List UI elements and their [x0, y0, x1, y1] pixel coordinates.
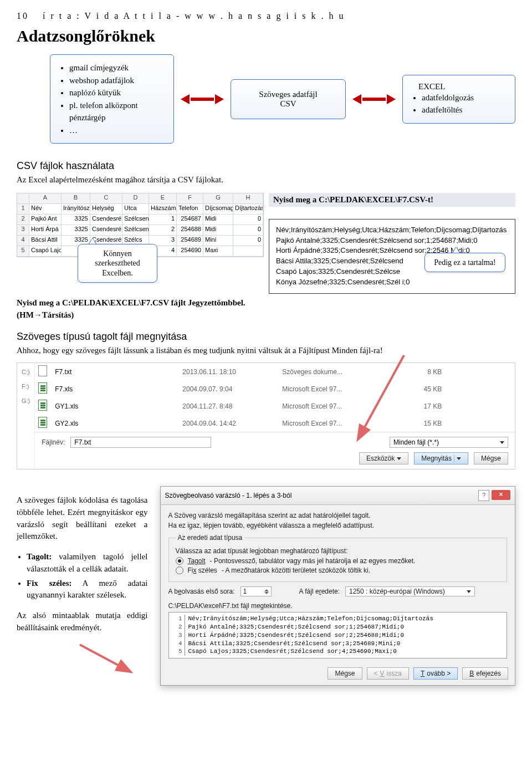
cell: Helység	[90, 204, 122, 215]
open-button[interactable]: Megnyitás	[414, 452, 468, 464]
double-arrow-icon	[352, 94, 396, 104]
wizard-side-text: A szöveges fájlok kódolása és tagolása t…	[17, 486, 148, 676]
cell: Csendesré	[90, 225, 122, 236]
drive-list: C:)F:)G:)	[17, 363, 35, 469]
file-name[interactable]: GY2.xls	[52, 417, 179, 430]
author-line: í r t a : V i d a A t t i l a - w w w . …	[43, 11, 345, 21]
cell: Maxi	[203, 246, 233, 257]
col-header: F	[177, 193, 203, 204]
row-number: 2	[17, 215, 29, 225]
chevron-down-icon	[467, 590, 471, 593]
sources-item: gmail címjegyzék	[69, 62, 165, 74]
row-number: 1	[17, 204, 29, 215]
sources-item: …	[69, 124, 165, 137]
excel-ops-item: adatfeldolgozás	[422, 91, 506, 104]
red-guide-arrow-icon	[78, 642, 133, 676]
diagram-excel-box: EXCEL adatfeldolgozásadatfeltöltés	[402, 75, 515, 124]
double-arrow-icon	[181, 94, 224, 104]
cell: 254689	[177, 236, 203, 246]
chevron-down-icon	[457, 457, 461, 460]
col-header: D	[122, 193, 149, 204]
cell: 3325	[62, 225, 90, 236]
cell: Bácsi Attil	[29, 236, 62, 246]
cell: Pajkó Ant	[29, 215, 62, 225]
cell: Utca	[122, 204, 149, 215]
excel-file-icon	[38, 382, 47, 394]
file-name[interactable]: GY1.xls	[52, 400, 179, 412]
drive-item[interactable]: C:)	[22, 369, 30, 375]
cell: 254687	[177, 215, 203, 225]
cancel-button[interactable]: Mégse	[474, 452, 508, 464]
radio-fixed[interactable]	[176, 566, 183, 574]
col-header: G	[203, 193, 233, 204]
preview-line: 4Bácsi Attila;3325;Csendesrét;Szélcsend …	[171, 640, 504, 648]
file-date: 2004.09.07. 9:04	[179, 383, 279, 395]
red-guide-arrow-icon	[343, 353, 410, 442]
csv-box-line1: Szöveges adatfájl	[247, 90, 330, 99]
filename-input[interactable]: F7.txt	[70, 437, 211, 448]
excel-ops-list: adatfeldolgozásadatfeltöltés	[412, 91, 506, 116]
wizard-back-button[interactable]: < Vissza	[367, 667, 409, 680]
sources-item: webshop adatfájlok	[69, 74, 165, 87]
drive-item[interactable]: F:)	[22, 383, 30, 390]
file-date: 2004.09.04. 14:42	[179, 417, 279, 430]
preview-line: 5Csapó Lajos;3325;Csendesrét;Szélcsend s…	[171, 647, 504, 656]
file-date: 2013.06.11. 18:10	[179, 366, 279, 378]
page-header: 10 í r t a : V i d a A t t i l a - w w w…	[17, 11, 515, 21]
page-title: Adatzsonglőröknek	[17, 27, 515, 45]
file-list: F7.txt2013.06.11. 18:10Szöveges dokume..…	[35, 363, 515, 432]
start-row-spinner[interactable]: 1	[241, 586, 272, 596]
section-csv-usage-heading: CSV fájlok használata	[17, 160, 515, 172]
col-header	[17, 193, 29, 204]
file-name[interactable]: F7.txt	[52, 366, 179, 378]
tools-button[interactable]: Eszközök	[359, 452, 408, 464]
col-header: B	[62, 193, 90, 204]
wizard-side-bullet: Tagolt: valamilyen tagoló jellel választ…	[27, 551, 148, 575]
cell: Irányítósz	[62, 204, 90, 215]
csv-line: Név;Irányítószám;Helység;Utca;Házszám;Te…	[276, 225, 508, 236]
text-import-wizard: Szövegbeolvasó varázsló - 1. lépés a 3-b…	[160, 486, 515, 686]
wizard-cancel-button[interactable]: Mégse	[328, 667, 362, 680]
cell: Telefon	[177, 204, 203, 215]
open-csv-banner: Nyisd meg a C:\PELDAK\EXCEL\F7.CSV-t!	[269, 193, 515, 207]
file-origin-dropdown[interactable]: 1250 : közép-európai (Windows)	[345, 586, 475, 596]
col-header: H	[233, 193, 263, 204]
file-name[interactable]: F7.xls	[52, 383, 179, 395]
radio-delimited[interactable]	[176, 557, 183, 565]
drive-item[interactable]: G:)	[22, 397, 30, 404]
col-header: E	[149, 193, 177, 204]
wizard-finish-button[interactable]: Befejezés	[462, 667, 508, 680]
csv-line: Pajkó Antalné;3325;Csendesrét;Szélcsend …	[276, 236, 508, 246]
help-icon[interactable]: ?	[478, 490, 489, 501]
excel-file-icon	[38, 400, 47, 411]
csv-box-line2: CSV	[247, 99, 330, 109]
cell: 254690	[177, 246, 203, 257]
cell: Szélcsend	[122, 225, 149, 236]
close-icon[interactable]: ×	[492, 490, 510, 500]
wizard-next-button[interactable]: Tovább >	[413, 667, 458, 680]
start-row-label: A beolvasás első sora:	[168, 588, 235, 595]
radio-fixed-desc: - A mezőhatárok közötti területet szóköz…	[222, 566, 370, 574]
preview-caption: C:\PELDAK\excel\F7.txt fájl megtekintése…	[168, 602, 507, 610]
file-origin-label: A fájl eredete:	[299, 588, 340, 595]
wizard-preview: 1Név;Irányitószám;Helység;Utca;Házszám;T…	[168, 612, 507, 659]
excel-ops-item: adatfeltöltés	[422, 104, 506, 116]
csv-line: Kónya Józsefné;3325;Csendesrét;Szél i;0	[276, 277, 508, 288]
cell: Midi	[203, 225, 233, 236]
cell: Szélcsend	[122, 215, 149, 225]
cell: 254688	[177, 225, 203, 236]
original-data-type-group: Az eredeti adat típusa Válassza az adat …	[168, 534, 507, 582]
section-open-text-desc: Ahhoz, hogy egy szöveges fájlt lássunk a…	[17, 345, 515, 357]
sources-item: pl. telefon alközpont pénztárgép	[69, 99, 165, 124]
cell: Mini	[203, 236, 233, 246]
wizard-side-bullet: Fix széles: A mező adatai ugyanannyi kar…	[27, 578, 148, 602]
chevron-down-icon	[500, 441, 504, 444]
cell: Díjtartozás	[233, 204, 263, 215]
line-number: 3	[171, 631, 185, 640]
callout-excel-edit: Könnyen szerkesztheted Excelben.	[78, 244, 157, 283]
line-number: 5	[171, 647, 185, 656]
radio-delimited-desc: - Pontosvessző, tabulátor vagy más jel h…	[210, 557, 416, 565]
wizard-intro-1: A Szöveg varázsló megállapítása szerint …	[168, 512, 507, 519]
section-csv-usage-text: Az Excel alapértelmezésként magához társ…	[17, 174, 515, 186]
cell: 0	[233, 236, 263, 246]
